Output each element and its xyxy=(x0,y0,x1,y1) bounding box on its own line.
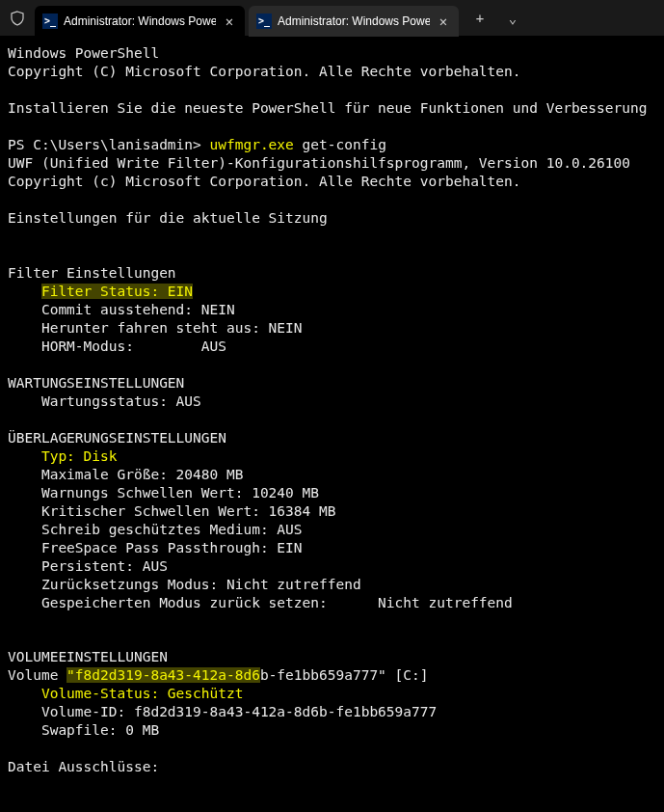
chevron-down-icon[interactable]: ⌄ xyxy=(503,11,522,26)
line: UWF (Unified Write Filter)-Konfiguration… xyxy=(8,155,630,171)
new-tab-button[interactable]: + xyxy=(470,11,490,26)
line: Persistent: AUS xyxy=(8,558,168,574)
line: Filter Einstellungen xyxy=(8,265,176,281)
close-icon[interactable]: ✕ xyxy=(222,14,237,29)
line: Volume xyxy=(8,667,66,683)
tab-title: Administrator: Windows Powe xyxy=(278,14,430,28)
line: Windows PowerShell xyxy=(8,45,159,61)
line: ÜBERLAGERUNGSEINSTELLUNGEN xyxy=(8,430,226,446)
command: uwfmgr.exe xyxy=(210,137,294,152)
line: VOLUMEEINSTELLUNGEN xyxy=(8,649,168,664)
line: Kritischer Schwellen Wert: 16384 MB xyxy=(8,503,335,519)
line: Maximale Größe: 20480 MB xyxy=(8,467,243,482)
filter-status: Filter Status: EIN xyxy=(41,284,193,299)
tab-title: Administrator: Windows Powe xyxy=(64,14,216,28)
indent xyxy=(8,284,41,299)
line: Commit ausstehend: NEIN xyxy=(8,302,235,317)
line: Copyright (c) Microsoft Corporation. All… xyxy=(8,174,521,189)
line: Herunter fahren steht aus: NEIN xyxy=(8,320,303,336)
titlebar: >_ Administrator: Windows Powe ✕ >_ Admi… xyxy=(0,0,664,37)
command-arg: get-config xyxy=(294,137,386,152)
titlebar-actions: + ⌄ xyxy=(470,11,522,26)
line: Volume-ID: f8d2d319-8a43-412a-8d6b-fe1bb… xyxy=(8,704,437,719)
close-icon[interactable]: ✕ xyxy=(436,14,451,29)
powershell-icon: >_ xyxy=(42,14,58,29)
indent xyxy=(8,448,41,464)
line: b-fe1bb659a777" [C:] xyxy=(260,667,429,683)
indent xyxy=(8,686,41,701)
line: Wartungsstatus: AUS xyxy=(8,393,201,409)
line: Gespeicherten Modus zurück setzen: Nicht… xyxy=(8,595,513,610)
line: Copyright (C) Microsoft Corporation. All… xyxy=(8,64,521,79)
line: Schreib geschütztes Medium: AUS xyxy=(8,522,303,537)
volume-status: Volume-Status: Geschützt xyxy=(41,686,244,701)
tab-active[interactable]: >_ Administrator: Windows Powe ✕ xyxy=(35,6,245,37)
volume-id-hl: "f8d2d319-8a43-412a-8d6 xyxy=(66,667,260,683)
line: FreeSpace Pass Passthrough: EIN xyxy=(8,540,303,555)
line: Installieren Sie die neueste PowerShell … xyxy=(8,100,647,116)
line: Datei Ausschlüsse: xyxy=(8,759,159,774)
line: Einstellungen für die aktuelle Sitzung xyxy=(8,210,328,226)
powershell-icon: >_ xyxy=(256,14,272,29)
line: WARTUNGSEINSTELLUNGEN xyxy=(8,375,184,391)
tab-inactive[interactable]: >_ Administrator: Windows Powe ✕ xyxy=(249,6,459,37)
terminal-output[interactable]: Windows PowerShell Copyright (C) Microso… xyxy=(0,37,664,784)
overlay-type: Typ: Disk xyxy=(41,448,118,464)
prompt: PS C:\Users\lanisadmin> xyxy=(8,137,210,152)
line: Swapfile: 0 MB xyxy=(8,722,159,738)
line: Warnungs Schwellen Wert: 10240 MB xyxy=(8,485,319,501)
line: HORM-Modus: AUS xyxy=(8,338,226,354)
line: Zurücksetzungs Modus: Nicht zutreffend xyxy=(8,577,361,592)
shield-icon xyxy=(8,9,27,28)
